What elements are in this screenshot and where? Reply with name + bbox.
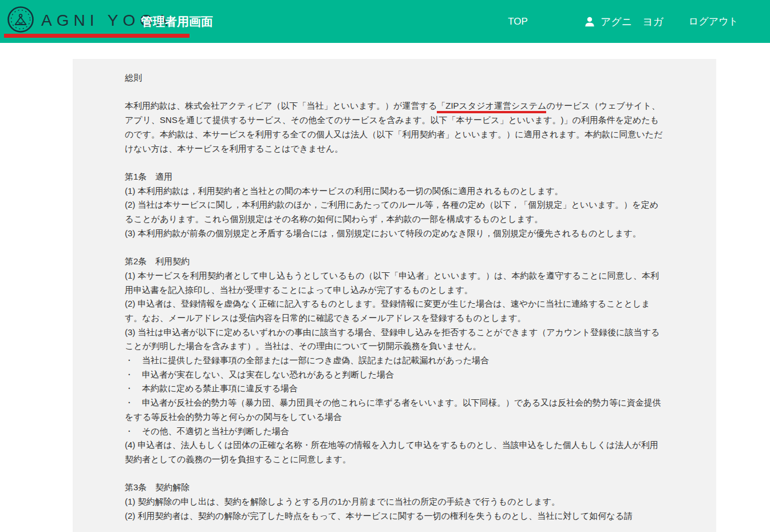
article-2-line: (1) 本サービスを利用契約者として申し込もうとしているもの（以下「申込者」とい… xyxy=(125,269,663,297)
app-header: AGNI YOGA 管理者用画面 TOP アグニ ヨガ ログアウト xyxy=(0,0,770,43)
article-3: 第3条 契約解除 (1) 契約解除の申し出は、契約を解除しようとする月の1か月前… xyxy=(125,481,663,523)
article-1-title: 第1条 適用 xyxy=(125,170,663,184)
article-2-line: (4) 申込者は、法人もしくは団体の正確な名称・所在地等の情報を入力して申込をす… xyxy=(125,438,663,466)
article-3-line: (1) 契約解除の申し出は、契約を解除しようとする月の1か月前までに当社の所定の… xyxy=(125,495,663,509)
terms-intro-paragraph: 本利用約款は、株式会社アクティビア（以下「当社」といいます。）が運営する「ZIP… xyxy=(125,99,663,156)
article-2-bullet: ・ 申込者が反社会的勢力等（暴力団、暴力団員その他これらに準ずる者をいいます。以… xyxy=(125,396,663,424)
article-2: 第2条 利用契約 (1) 本サービスを利用契約者として申し込もうとしているもの（… xyxy=(125,255,663,467)
article-3-title: 第3条 契約解除 xyxy=(125,481,663,495)
article-2-bullet: ・ 申込者が実在しない、又は実在しない恐れがあると判断した場合 xyxy=(125,368,663,382)
article-3-line: (2) 利用契約者は、契約の解除が完了した時点をもって、本サービスに関する一切の… xyxy=(125,509,663,523)
brand-underline xyxy=(4,34,189,38)
intro-text-before: 本利用約款は、株式会社アクティビア（以下「当社」といいます。）が運営する xyxy=(125,101,437,110)
article-2-title: 第2条 利用契約 xyxy=(125,255,663,269)
page-title: 管理者用画面 xyxy=(141,14,213,30)
brand-logo xyxy=(7,6,34,33)
intro-text-underlined: 「ZIPスタジオ運営システム xyxy=(437,101,546,113)
article-2-line: (2) 申込者は、登録情報を虚偽なく正確に記入するものとします。登録情報に変更が… xyxy=(125,297,663,325)
article-1: 第1条 適用 (1) 本利用約款は，利用契約者と当社との間の本サービスの利用に関… xyxy=(125,170,663,241)
article-2-bullet: ・ 本約款に定める禁止事項に違反する場合 xyxy=(125,382,663,396)
article-2-bullet: ・ その他、不適切と当社が判断した場合 xyxy=(125,424,663,439)
article-1-line: (3) 本利用約款が前条の個別規定と矛盾する場合には，個別規定において特段の定め… xyxy=(125,227,663,241)
logout-button[interactable]: ログアウト xyxy=(689,15,739,28)
terms-general-title: 総則 xyxy=(125,71,663,85)
current-user[interactable]: アグニ ヨガ xyxy=(583,15,664,29)
article-1-line: (2) 当社は本サービスに関し，本利用約款のほか，ご利用にあたってのルール等，各… xyxy=(125,198,663,226)
nav-top-link[interactable]: TOP xyxy=(508,16,528,27)
user-icon xyxy=(583,15,596,28)
terms-card: 総則 本利用約款は、株式会社アクティビア（以下「当社」といいます。）が運営する「… xyxy=(73,59,716,532)
article-2-line: (3) 当社は申込者が以下に定めるいずれかの事由に該当する場合、登録申し込みを拒… xyxy=(125,325,663,354)
user-name: アグニ ヨガ xyxy=(601,15,664,29)
header-nav: TOP アグニ ヨガ ログアウト xyxy=(508,0,739,43)
article-1-line: (1) 本利用約款は，利用契約者と当社との間の本サービスの利用に関わる一切の関係… xyxy=(125,184,663,198)
article-2-bullet: ・ 当社に提供した登録事項の全部または一部につき虚偽、誤記または記載漏れがあった… xyxy=(125,354,663,368)
